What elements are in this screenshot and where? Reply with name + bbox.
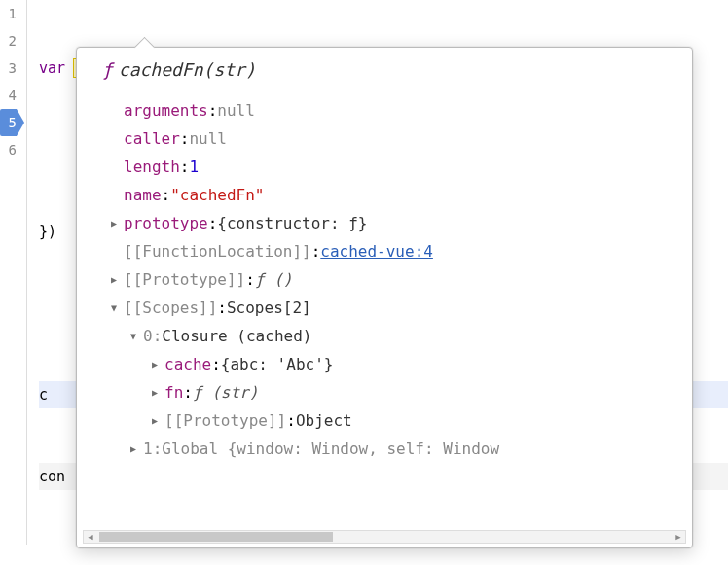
- line-number-current: 5: [0, 109, 17, 136]
- prop-row-cache[interactable]: ▶ cache: {abc: 'Abc'}: [81, 350, 688, 378]
- value-inspector-tooltip: ƒcachedFn(str) ▶ arguments: null ▶ calle…: [76, 47, 693, 548]
- function-glyph-icon: ƒ: [102, 59, 113, 80]
- expand-arrow-icon[interactable]: ▶: [149, 406, 161, 435]
- tooltip-header: ƒcachedFn(str): [81, 57, 688, 88]
- expand-arrow-icon[interactable]: ▶: [108, 265, 120, 294]
- prop-row-function-location[interactable]: ▶ [[FunctionLocation]]: cached-vue:4: [81, 237, 688, 265]
- prop-row-inner-prototype[interactable]: ▶ [[Prototype]]: Object: [81, 406, 688, 435]
- prop-row-fn[interactable]: ▶ fn: ƒ (str): [81, 378, 688, 406]
- scroll-thumb[interactable]: [99, 532, 333, 542]
- horizontal-scrollbar[interactable]: ◀ ▶: [83, 530, 686, 544]
- line-number: 4: [0, 82, 17, 109]
- expand-arrow-icon[interactable]: ▶: [127, 435, 139, 463]
- expand-arrow-icon[interactable]: ▶: [149, 350, 161, 378]
- prop-row-scopes[interactable]: ▼ [[Scopes]]: Scopes[2]: [81, 294, 688, 322]
- tooltip-body[interactable]: ▶ arguments: null ▶ caller: null ▶ lengt…: [81, 88, 688, 516]
- collapse-arrow-icon[interactable]: ▼: [108, 294, 120, 322]
- line-gutter: 1 2 3 4 5 6: [0, 0, 27, 545]
- tooltip-signature: cachedFn(str): [119, 59, 256, 80]
- scroll-left-button[interactable]: ◀: [84, 531, 97, 543]
- line-number: 2: [0, 27, 17, 54]
- prop-row-caller[interactable]: ▶ caller: null: [81, 124, 688, 153]
- line-number: 6: [0, 136, 17, 163]
- function-location-link[interactable]: cached-vue:4: [320, 237, 433, 265]
- scroll-right-button[interactable]: ▶: [672, 531, 685, 543]
- expand-arrow-icon[interactable]: ▶: [149, 378, 161, 406]
- scope-row-1[interactable]: ▶ 1: Global {window: Window, self: Windo…: [81, 435, 688, 463]
- prop-row-prototype-internal[interactable]: ▶ [[Prototype]]: ƒ (): [81, 265, 688, 294]
- line-number: 1: [0, 0, 17, 27]
- prop-row-arguments[interactable]: ▶ arguments: null: [81, 96, 688, 124]
- prop-row-name[interactable]: ▶ name: "cachedFn": [81, 181, 688, 209]
- line-number: 3: [0, 54, 17, 82]
- prop-row-length[interactable]: ▶ length: 1: [81, 153, 688, 181]
- prop-row-prototype[interactable]: ▶ prototype: {constructor: ƒ}: [81, 209, 688, 237]
- expand-arrow-icon[interactable]: ▶: [108, 209, 120, 237]
- collapse-arrow-icon[interactable]: ▼: [127, 322, 139, 350]
- scope-row-0[interactable]: ▼ 0: Closure (cached): [81, 322, 688, 350]
